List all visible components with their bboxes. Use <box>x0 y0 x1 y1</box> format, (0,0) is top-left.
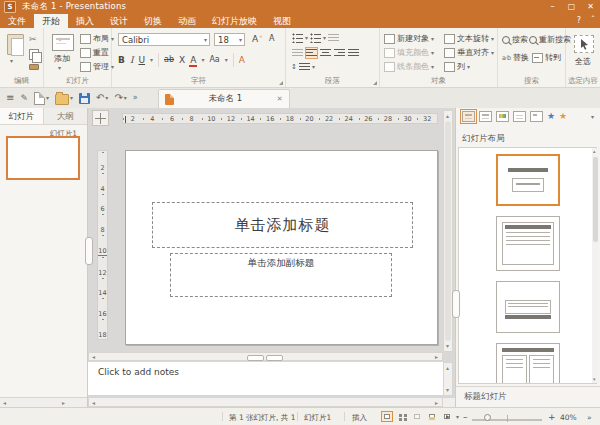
cut-button[interactable]: ✂ <box>29 35 37 44</box>
search-button[interactable]: 搜索 <box>502 34 528 45</box>
normal-view-button[interactable] <box>381 411 393 422</box>
add-slide-dropdown[interactable]: ▾ <box>58 65 61 71</box>
reset-button[interactable]: 重置 <box>80 47 109 58</box>
font-size-combo[interactable]: 18 ▾ <box>214 33 245 46</box>
tab-outline[interactable]: 大纲 <box>44 108 88 124</box>
notes-splitter-handle[interactable] <box>247 355 283 361</box>
text-rotate-button[interactable]: 文本旋转▾ <box>444 33 494 44</box>
scroll-left-icon[interactable]: ◂ <box>92 354 95 360</box>
columns-button[interactable]: 列▾ <box>444 61 470 72</box>
replace-button[interactable]: a·b替换 <box>502 52 529 63</box>
ruler-corner-icon[interactable] <box>92 110 109 126</box>
task-pane-dropdown[interactable]: ▾ <box>591 114 594 120</box>
collapse-ribbon-icon[interactable]: ˆ <box>591 14 595 28</box>
scroll-up-icon[interactable]: ▴ <box>446 113 449 119</box>
scroll-down-icon[interactable]: ▾ <box>446 343 449 349</box>
align-center-button[interactable] <box>319 47 332 59</box>
document-tab-close-icon[interactable]: ✕ <box>277 95 283 103</box>
canvas-hscrollbar[interactable]: ◂ ▸ <box>88 352 443 361</box>
paste-dropdown[interactable]: ▾ <box>10 58 13 64</box>
align-right-button[interactable] <box>333 47 346 59</box>
layout-thumbnail-section[interactable] <box>496 281 560 333</box>
bold-button[interactable]: B <box>118 54 125 66</box>
left-panel-hscrollbar[interactable]: ◂ ▸ <box>0 397 87 407</box>
line-color-button[interactable]: 线条颜色▾ <box>384 61 434 72</box>
change-case-button[interactable]: Aa <box>209 54 219 66</box>
scroll-left-icon[interactable]: ◂ <box>92 400 95 406</box>
notes-page-view-button[interactable] <box>426 411 438 422</box>
save-button[interactable] <box>79 93 90 104</box>
slide-layout-pane-button[interactable] <box>462 111 475 122</box>
notes-vscrollbar[interactable]: ▴ ▾ <box>443 362 453 396</box>
format-painter-button[interactable] <box>29 64 39 70</box>
redo-button[interactable]: ↷▾ <box>114 93 126 103</box>
new-document-button[interactable]: ▾ <box>34 92 49 105</box>
fill-color-button[interactable]: 填充颜色▾ <box>384 47 434 58</box>
select-all-button[interactable] <box>574 35 594 53</box>
new-object-button[interactable]: 新建对象▾ <box>384 33 434 44</box>
zoom-in-button[interactable]: + <box>548 412 556 422</box>
menu-tab-开始[interactable]: 开始 <box>34 14 68 28</box>
change-case-dropdown[interactable]: ▾ <box>225 57 228 63</box>
subtitle-placeholder[interactable]: 单击添加副标题 <box>170 253 392 297</box>
scroll-right-icon[interactable]: ▸ <box>435 400 438 406</box>
font-color-button[interactable]: A <box>190 54 196 66</box>
zoom-out-button[interactable]: – <box>463 412 468 422</box>
vscroll-thumb[interactable] <box>445 121 451 341</box>
numbering-dropdown[interactable]: ▾ <box>323 35 326 41</box>
slide-canvas[interactable]: 单击添加标题 单击添加副标题 <box>125 150 438 345</box>
ink-tool-button[interactable]: ✎ <box>20 94 28 103</box>
menu-tab-插入[interactable]: 插入 <box>68 14 102 28</box>
menu-tab-设计[interactable]: 设计 <box>102 14 136 28</box>
layout-thumbnail-title[interactable] <box>496 154 560 206</box>
zoom-level[interactable]: 40% <box>560 413 577 422</box>
goto-button[interactable]: 转到 <box>532 52 561 63</box>
menu-tab-动画[interactable]: 动画 <box>170 14 204 28</box>
statusbar-more-icon[interactable]: » <box>587 413 592 422</box>
blue-star-icon[interactable]: ★ <box>547 112 555 121</box>
layout-list-scrollbar[interactable]: ▴ ▾ <box>592 148 599 383</box>
main-menu-button[interactable]: ≡ <box>6 93 14 103</box>
font-name-combo[interactable]: Calibri ▾ <box>118 33 210 46</box>
decrease-indent-button[interactable] <box>291 47 304 59</box>
shrink-font-button[interactable]: A <box>269 34 274 43</box>
scroll-down-icon[interactable]: ▾ <box>446 387 449 393</box>
zoom-slider-knob[interactable] <box>484 414 491 421</box>
bullets-dropdown[interactable]: ▾ <box>305 35 308 41</box>
maximize-button[interactable]: ▢ <box>562 0 581 14</box>
layout-thumbnail-content[interactable] <box>496 216 560 271</box>
vertical-align-button[interactable]: 垂直对齐▾ <box>444 47 494 58</box>
scroll-up-icon[interactable]: ▴ <box>446 365 449 371</box>
scroll-left-icon[interactable]: ◂ <box>3 399 6 406</box>
bottom-hscrollbar[interactable]: ◂ ▸ <box>88 397 443 407</box>
orange-star-icon[interactable]: ★ <box>559 112 567 121</box>
slideshow-dropdown[interactable]: ▾ <box>456 414 459 420</box>
copy-button[interactable] <box>29 49 39 60</box>
title-placeholder[interactable]: 单击添加标题 <box>152 202 413 248</box>
scroll-down-icon[interactable]: ▾ <box>593 377 596 382</box>
design-pane-button[interactable] <box>479 111 492 122</box>
grow-font-button[interactable]: A＋ <box>252 33 263 44</box>
slide-sorter-view-button[interactable] <box>396 411 408 422</box>
close-button[interactable]: ✕ <box>581 0 600 14</box>
line-spacing-dropdown[interactable]: ▾ <box>312 64 315 70</box>
justify-button[interactable] <box>347 47 360 59</box>
underline-dropdown[interactable]: ▾ <box>150 57 153 63</box>
slideshow-button[interactable] <box>441 411 453 422</box>
help-icon[interactable]: ? <box>577 14 581 28</box>
add-slide-button[interactable]: ✦ <box>52 34 74 51</box>
minimize-button[interactable]: – <box>543 0 562 14</box>
layout-button[interactable]: 布局▾ <box>80 33 114 44</box>
align-left-button[interactable] <box>305 47 318 59</box>
open-button[interactable]: ▾ <box>55 92 73 105</box>
more-commands-button[interactable]: » <box>133 94 138 102</box>
color-scheme-pane-button[interactable] <box>496 111 509 122</box>
menu-tab-幻灯片放映[interactable]: 幻灯片放映 <box>204 14 265 28</box>
text-effects-button[interactable]: A <box>239 54 245 66</box>
manage-button[interactable]: 管理▾ <box>80 61 114 72</box>
scroll-right-icon[interactable]: ▸ <box>435 354 438 360</box>
underline-button[interactable]: U <box>138 54 145 66</box>
tab-slides[interactable]: 幻灯片 <box>0 108 44 124</box>
undo-button[interactable]: ↶▾ <box>96 93 108 103</box>
menu-tab-切换[interactable]: 切换 <box>136 14 170 28</box>
